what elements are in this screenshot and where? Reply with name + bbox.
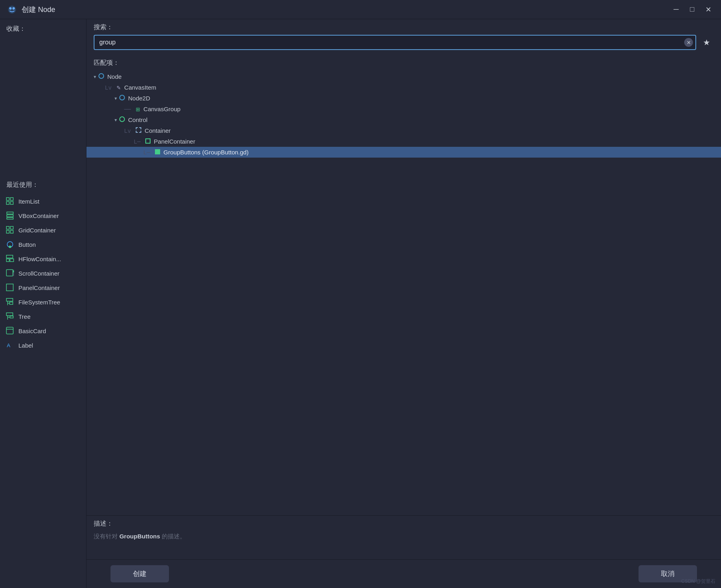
recent-list: ItemList VBoxContainer GridContainer But… bbox=[0, 192, 86, 588]
svg-rect-8 bbox=[7, 215, 13, 217]
recent-item-label-VBoxContainer: VBoxContainer bbox=[18, 212, 59, 219]
node-icon-circle-green bbox=[119, 116, 125, 122]
svg-rect-19 bbox=[6, 270, 13, 276]
recent-item-PanelContainer[interactable]: PanelContainer bbox=[0, 280, 86, 295]
recent-icon-FileSystemTree bbox=[6, 298, 14, 306]
minimize-button[interactable]: ─ bbox=[670, 3, 683, 16]
recent-label: 最近使用： bbox=[0, 175, 86, 192]
recent-item-label-Label: Label bbox=[18, 342, 33, 349]
svg-rect-7 bbox=[7, 212, 13, 214]
content-area: 搜索： ✕ ★ 匹配项： ▾NodeLv ✎CanvasItem▾Node2D─… bbox=[86, 19, 721, 588]
svg-rect-21 bbox=[13, 270, 14, 272]
svg-rect-5 bbox=[6, 202, 9, 204]
svg-rect-27 bbox=[6, 313, 13, 316]
svg-point-0 bbox=[8, 6, 16, 14]
search-clear-button[interactable]: ✕ bbox=[684, 38, 693, 47]
create-button[interactable]: 创建 bbox=[110, 565, 169, 582]
matches-label: 匹配项： bbox=[86, 55, 721, 70]
node-icon-circle-blue bbox=[98, 73, 104, 79]
svg-rect-12 bbox=[6, 230, 9, 233]
svg-rect-16 bbox=[6, 255, 13, 258]
recent-icon-ScrollContainer bbox=[6, 269, 14, 278]
tree-node-icon bbox=[155, 149, 160, 156]
recent-icon-GridContainer bbox=[6, 226, 14, 234]
recent-icon-PanelContainer bbox=[6, 283, 14, 292]
recent-item-Label[interactable]: A Label bbox=[0, 338, 86, 352]
tree-item-2[interactable]: ▾Node2D bbox=[86, 93, 721, 104]
matches-section: 匹配项： ▾NodeLv ✎CanvasItem▾Node2D── ⊞Canva… bbox=[86, 55, 721, 515]
tree-arrow: ▾ bbox=[114, 117, 117, 123]
recent-item-label-BasicCard: BasicCard bbox=[18, 328, 46, 334]
tree-item-1[interactable]: Lv ✎CanvasItem bbox=[86, 82, 721, 93]
svg-rect-4 bbox=[10, 198, 13, 200]
svg-rect-6 bbox=[10, 202, 13, 204]
tree-item-0[interactable]: ▾Node bbox=[86, 71, 721, 82]
recent-icon-ItemList bbox=[6, 197, 14, 206]
recent-item-label-HFlowContainer: HFlowContain... bbox=[18, 256, 61, 262]
tree-item-label: Node2D bbox=[128, 95, 150, 102]
recent-item-Tree[interactable]: Tree bbox=[0, 309, 86, 324]
recent-item-ScrollContainer[interactable]: ScrollContainer bbox=[0, 266, 86, 280]
maximize-button[interactable]: □ bbox=[686, 3, 699, 16]
recent-icon-Label: A bbox=[6, 341, 14, 350]
recent-icon-Button bbox=[6, 240, 14, 249]
tree-item-6[interactable]: L─ PanelContainer bbox=[86, 136, 721, 147]
recent-item-FileSystemTree[interactable]: FileSystemTree bbox=[0, 295, 86, 309]
tree-item-5[interactable]: Lv Container bbox=[86, 125, 721, 136]
recent-icon-Tree bbox=[6, 312, 14, 321]
description-text: 没有针对 GroupButtons 的描述。 bbox=[86, 530, 721, 547]
tree-item-3[interactable]: ── ⊞CanvasGroup bbox=[86, 104, 721, 114]
svg-rect-3 bbox=[6, 198, 9, 200]
svg-rect-23 bbox=[6, 298, 13, 301]
description-section: 描述： 没有针对 GroupButtons 的描述。 bbox=[86, 515, 721, 559]
title-bar-left: 创建 Node bbox=[6, 4, 55, 15]
svg-rect-17 bbox=[6, 259, 9, 262]
node-icon-grid-green: ⊞ bbox=[136, 106, 140, 112]
tree-item-label: Control bbox=[128, 116, 147, 123]
tree-item-label: PanelContainer bbox=[154, 138, 195, 145]
tree-node-icon bbox=[119, 95, 125, 102]
recent-item-HFlowContainer[interactable]: HFlowContain... bbox=[0, 252, 86, 266]
svg-rect-13 bbox=[10, 230, 13, 233]
recent-item-label-ScrollContainer: ScrollContainer bbox=[18, 270, 60, 277]
recent-item-VBoxContainer[interactable]: VBoxContainer bbox=[0, 208, 86, 223]
svg-rect-11 bbox=[10, 226, 13, 229]
svg-point-2 bbox=[12, 7, 15, 10]
recent-item-label-FileSystemTree: FileSystemTree bbox=[18, 299, 60, 306]
tree-item-label: GroupButtons (GroupButton.gd) bbox=[163, 149, 249, 156]
node-icon-dotted-rect bbox=[136, 127, 141, 133]
svg-point-15 bbox=[9, 246, 11, 248]
node-icon-rect-filled-green bbox=[155, 149, 160, 154]
tree-item-label: CanvasItem bbox=[124, 84, 156, 91]
recent-item-BasicCard[interactable]: BasicCard bbox=[0, 324, 86, 338]
recent-item-label-PanelContainer: PanelContainer bbox=[18, 284, 60, 291]
svg-rect-31 bbox=[6, 327, 13, 334]
favorites-area: 收藏： bbox=[0, 19, 86, 175]
tree-connector: L─ bbox=[143, 149, 153, 156]
desc-prefix: 没有针对 bbox=[94, 533, 119, 540]
tree-node-icon bbox=[119, 116, 125, 123]
svg-rect-22 bbox=[6, 284, 13, 291]
tree-arrow: ▾ bbox=[94, 74, 96, 80]
tree-item-7[interactable]: L─ GroupButtons (GroupButton.gd) bbox=[86, 147, 721, 158]
title-bar-controls: ─ □ ✕ bbox=[670, 3, 715, 16]
recent-item-Button[interactable]: Button bbox=[0, 237, 86, 252]
recent-item-GridContainer[interactable]: GridContainer bbox=[0, 223, 86, 237]
recent-icon-VBoxContainer bbox=[6, 211, 14, 220]
search-favorite-button[interactable]: ★ bbox=[699, 35, 714, 50]
tree-item-label: Node bbox=[107, 73, 122, 80]
recent-section: 最近使用： ItemList VBoxContainer GridContain… bbox=[0, 175, 86, 588]
recent-icon-BasicCard bbox=[6, 326, 14, 335]
tree-item-4[interactable]: ▾Control bbox=[86, 114, 721, 125]
main-layout: 收藏： 最近使用： ItemList VBoxContainer GridCon… bbox=[0, 19, 721, 588]
recent-item-label-Tree: Tree bbox=[18, 313, 30, 320]
close-button[interactable]: ✕ bbox=[702, 3, 715, 16]
node-icon-rect-green bbox=[145, 138, 151, 144]
recent-item-ItemList[interactable]: ItemList bbox=[0, 194, 86, 208]
tree-area: ▾NodeLv ✎CanvasItem▾Node2D── ⊞CanvasGrou… bbox=[86, 70, 721, 515]
tree-arrow: ▾ bbox=[114, 96, 117, 101]
recent-icon-HFlowContainer bbox=[6, 254, 14, 263]
watermark: CSDN @贺昱石 bbox=[681, 578, 715, 585]
search-input-wrapper: ✕ bbox=[94, 35, 696, 50]
search-input[interactable] bbox=[94, 35, 696, 50]
